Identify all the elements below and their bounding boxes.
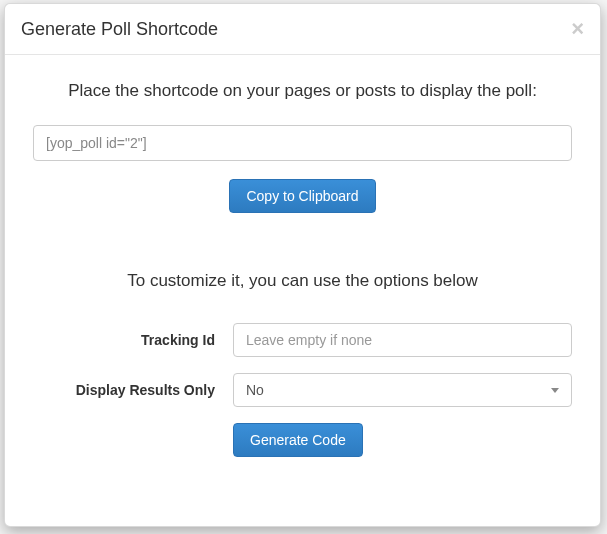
copy-clipboard-button[interactable]: Copy to Clipboard xyxy=(229,179,375,213)
intro-text: Place the shortcode on your pages or pos… xyxy=(33,81,572,101)
generate-code-button[interactable]: Generate Code xyxy=(233,423,363,457)
tracking-id-row: Tracking Id xyxy=(33,323,572,357)
display-results-row: Display Results Only No xyxy=(33,373,572,407)
display-results-value: No xyxy=(246,382,264,398)
modal-header: Generate Poll Shortcode × xyxy=(5,4,600,55)
modal-body: Place the shortcode on your pages or pos… xyxy=(5,55,600,526)
display-results-label: Display Results Only xyxy=(33,382,233,398)
chevron-down-icon xyxy=(551,388,559,393)
tracking-id-input[interactable] xyxy=(233,323,572,357)
modal-title: Generate Poll Shortcode xyxy=(21,19,218,40)
shortcode-input[interactable] xyxy=(33,125,572,161)
modal-dialog: Generate Poll Shortcode × Place the shor… xyxy=(4,3,601,527)
display-results-select[interactable]: No xyxy=(233,373,572,407)
tracking-id-label: Tracking Id xyxy=(33,332,233,348)
close-button[interactable]: × xyxy=(571,18,584,40)
customize-heading: To customize it, you can use the options… xyxy=(33,271,572,291)
